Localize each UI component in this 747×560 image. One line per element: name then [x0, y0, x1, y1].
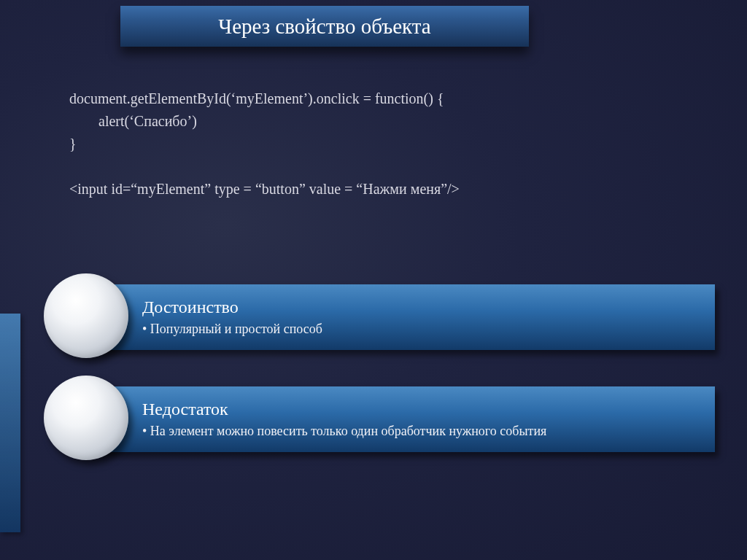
advantage-banner: Достоинство Популярный и простой способ	[84, 284, 715, 350]
code-snippet: document.getElementById(‘myElement’).onc…	[69, 88, 460, 201]
banner-bullet: Популярный и простой способ	[142, 322, 715, 337]
disadvantage-banner: Недостаток На элемент можно повесить тол…	[84, 386, 715, 452]
slide-title: Через свойство объекта	[218, 15, 430, 39]
sphere-icon	[44, 273, 128, 358]
decorative-left-stripe	[0, 314, 20, 532]
banner-body: Достоинство Популярный и простой способ	[84, 284, 715, 350]
banner-bullet: На элемент можно повесить только один об…	[142, 424, 715, 439]
banner-heading: Недостаток	[142, 400, 715, 419]
slide-title-box: Через свойство объекта	[120, 6, 529, 47]
banner-heading: Достоинство	[142, 298, 715, 317]
sphere-icon	[44, 376, 128, 460]
banner-body: Недостаток На элемент можно повесить тол…	[84, 386, 715, 452]
